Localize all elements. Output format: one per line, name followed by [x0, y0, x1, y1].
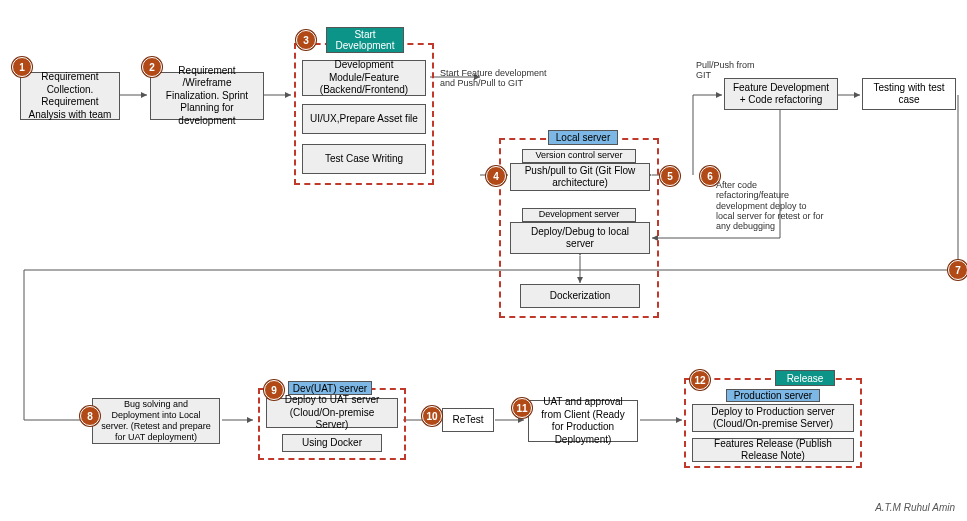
- step-9: 9: [264, 380, 284, 400]
- banner-dev-uat: Dev(UAT) server: [288, 381, 372, 395]
- box-deploy-uat: Deploy to UAT server (Cloud/On-premise S…: [266, 398, 398, 428]
- lbl-pull-push: Pull/Push from GIT: [696, 60, 756, 81]
- step-8: 8: [80, 406, 100, 426]
- box-dev-hdr: Development server: [522, 208, 636, 222]
- box-deploy-local: Deploy/Debug to local server: [510, 222, 650, 254]
- box-req-collection: Requirement Collection. Requirement Anal…: [20, 72, 120, 120]
- box-git: Push/pull to Git (Git Flow architecture): [510, 163, 650, 191]
- step-12: 12: [690, 370, 710, 390]
- step-6: 6: [700, 166, 720, 186]
- lbl-after-refactor: After code refactoring/feature developme…: [716, 180, 826, 232]
- banner-local-server: Local server: [548, 130, 618, 145]
- box-deploy-prod: Deploy to Production server (Cloud/On-pr…: [692, 404, 854, 432]
- box-features-release: Features Release (Publish Release Note): [692, 438, 854, 462]
- banner-prod-server: Production server: [726, 389, 820, 402]
- step-10: 10: [422, 406, 442, 426]
- credit: A.T.M Ruhul Amin: [875, 502, 955, 513]
- step-5: 5: [660, 166, 680, 186]
- box-uiux: UI/UX,Prepare Asset file: [302, 104, 426, 134]
- lbl-start-feature: Start Feature development and Push/Pull …: [440, 68, 560, 89]
- box-using-docker: Using Docker: [282, 434, 382, 452]
- box-uat-approval: UAT and approval from Client (Ready for …: [528, 400, 638, 442]
- step-2: 2: [142, 57, 162, 77]
- box-dev-module: Development Module/Feature (Backend/Fron…: [302, 60, 426, 96]
- step-3: 3: [296, 30, 316, 50]
- box-docker: Dockerization: [520, 284, 640, 308]
- step-11: 11: [512, 398, 532, 418]
- banner-release: Release: [775, 370, 835, 386]
- step-7: 7: [948, 260, 967, 280]
- box-wireframe: Requirement /Wireframe Finalization. Spr…: [150, 72, 264, 120]
- box-retest: ReTest: [442, 408, 494, 432]
- banner-start-dev: Start Development: [326, 27, 404, 53]
- box-testing: Testing with test case: [862, 78, 956, 110]
- step-4: 4: [486, 166, 506, 186]
- box-vcs-hdr: Version control server: [522, 149, 636, 163]
- box-testcase: Test Case Writing: [302, 144, 426, 174]
- box-bug-solving: Bug solving and Deployment into Local se…: [92, 398, 220, 444]
- step-1: 1: [12, 57, 32, 77]
- box-feature-dev: Feature Development + Code refactoring: [724, 78, 838, 110]
